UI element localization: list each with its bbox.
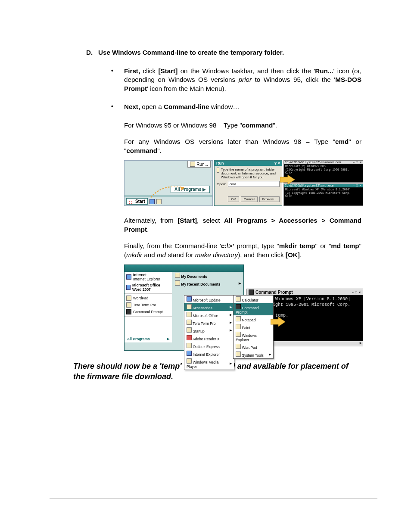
- yellow-arrow-icon: [280, 175, 295, 184]
- folder-icon: [175, 280, 180, 286]
- menu-item[interactable]: Paint: [234, 323, 273, 331]
- taskbar-ie-icon[interactable]: [149, 199, 155, 204]
- menu-item[interactable]: Adobe Reader X: [184, 334, 234, 342]
- sm-my-documents[interactable]: My Documents: [172, 272, 243, 280]
- ok-button[interactable]: OK: [228, 196, 239, 202]
- windows-flag-icon: [129, 199, 134, 204]
- all-programs-button[interactable]: All Programs ▶: [171, 186, 210, 193]
- menu-item[interactable]: Windows Explorer: [234, 331, 273, 343]
- folder-icon: [175, 273, 180, 278]
- cmd-exe-window: C:\WINDOWS\system32\cmd.exe– □ × Microso…: [283, 184, 363, 206]
- chevron-right-icon: ▶: [230, 313, 232, 317]
- chevron-right-icon: ▶: [230, 321, 232, 324]
- all-programs-menu: Microsoft Update Accessories▶ Microsoft …: [184, 295, 234, 370]
- chevron-right-icon: ▶: [230, 305, 232, 309]
- folder-icon: [236, 352, 241, 357]
- taskbar: Start: [125, 197, 212, 205]
- browse-button[interactable]: Browse...: [259, 196, 280, 202]
- word-icon: [126, 285, 131, 290]
- chevron-right-icon: ▶: [269, 353, 271, 356]
- heading-text: Use Windows Command-line to create the t…: [98, 48, 284, 57]
- run-dialog-title: Run ? ×: [215, 161, 282, 166]
- bullet-first-body: First, click [Start] on the Windows task…: [124, 67, 361, 93]
- run-icon: [190, 162, 195, 167]
- menu-item[interactable]: Windows Media Player▶: [184, 358, 234, 370]
- start-button[interactable]: Start: [126, 198, 148, 205]
- wordpad-icon: [126, 296, 131, 301]
- cmd-titlebar: Command Prompt – □ ×: [247, 289, 363, 295]
- fig1-terminals: C:\WINDOWS\system32\command.com– □ × Mic…: [283, 160, 363, 206]
- menu-item[interactable]: Internet Explorer: [184, 350, 234, 358]
- window-controls[interactable]: – □ ×: [352, 291, 361, 294]
- sub-finally: Finally, from the Command-line 'c:\>' pr…: [56, 242, 361, 259]
- run-shortcut[interactable]: Run...: [187, 161, 211, 168]
- svg-marker-2: [271, 317, 285, 327]
- menu-item[interactable]: Tera Term Pro▶: [184, 319, 234, 327]
- sm-item-word[interactable]: Microsoft Office Word 2007: [125, 282, 172, 292]
- yellow-arrow-icon: [271, 317, 285, 327]
- sm-item-tera[interactable]: Tera Term Pro: [125, 302, 172, 308]
- footer-rule: [50, 498, 377, 498]
- open-input[interactable]: cmd: [228, 181, 280, 187]
- menu-item[interactable]: System Tools▶: [234, 351, 273, 358]
- cmd-icon: [249, 289, 254, 295]
- wordpad-icon: [236, 344, 241, 349]
- fig1-startmenu-area: Run... All Programs ▶ Start: [124, 160, 213, 206]
- scroll-right-icon[interactable]: ►: [360, 341, 362, 346]
- menu-item[interactable]: Microsoft Office▶: [184, 311, 234, 319]
- heading-letter: D.: [86, 48, 98, 57]
- menu-item[interactable]: Microsoft Update: [184, 296, 234, 303]
- folder-icon: [187, 312, 192, 317]
- menu-item[interactable]: Notepad: [234, 315, 273, 323]
- bullet-next-body: Next, open a Command-line window…: [124, 103, 361, 112]
- menu-item[interactable]: Calculator: [234, 296, 273, 303]
- sm-item-internet[interactable]: InternetInternet Explorer: [125, 272, 172, 282]
- sub-win95: For Windows 95 or Windows 98 – Type "com…: [56, 121, 361, 130]
- folder-icon: [187, 304, 192, 309]
- menu-item[interactable]: WordPad: [234, 343, 273, 351]
- cancel-button[interactable]: Cancel: [241, 196, 258, 202]
- figure-run-cmd: Run... All Programs ▶ Start Run ? ×: [124, 160, 363, 206]
- open-label: Open:: [217, 182, 226, 186]
- all-programs-button[interactable]: All Programs▶: [125, 336, 172, 342]
- adobe-icon: [187, 335, 192, 340]
- sub-later: For any Windows OS versions later than W…: [56, 137, 361, 155]
- notepad-icon: [236, 316, 241, 321]
- figure-startmenu-mkdir: InternetInternet Explorer Microsoft Offi…: [124, 264, 363, 351]
- sm-item-wordpad[interactable]: WordPad: [125, 295, 172, 302]
- menu-command-prompt[interactable]: Command Prompt: [234, 303, 273, 315]
- start-menu-pinned: InternetInternet Explorer Microsoft Offi…: [125, 272, 172, 342]
- folder-icon: [187, 320, 192, 325]
- menu-item[interactable]: Startup▶: [184, 327, 234, 334]
- folder-icon: [187, 327, 192, 333]
- explorer-icon: [236, 332, 241, 337]
- run-dialog: Run ? × Type the name of a program, fold…: [214, 160, 282, 206]
- accessories-menu: Calculator Command Prompt Notepad Paint …: [233, 295, 274, 359]
- sub-alternate: Alternately, from [Start], select All Pr…: [56, 216, 361, 234]
- cmd-icon: [126, 309, 131, 314]
- menu-accessories[interactable]: Accessories▶: [184, 303, 234, 311]
- taskbar-app-icon[interactable]: [156, 199, 162, 204]
- menu-item[interactable]: Outlook Express: [184, 342, 234, 350]
- close-icon[interactable]: ? ×: [274, 161, 280, 165]
- sm-item-cmd[interactable]: Command Prompt: [125, 308, 172, 315]
- wmp-icon: [187, 358, 192, 364]
- ie-icon: [187, 351, 192, 356]
- run-dialog-text: Type the name of a program, folder, docu…: [221, 168, 280, 179]
- separator: [125, 196, 212, 196]
- tera-icon: [126, 302, 131, 308]
- paint-icon: [236, 324, 241, 329]
- window-controls[interactable]: – □ ×: [353, 161, 362, 164]
- command-com-window: C:\WINDOWS\system32\command.com– □ × Mic…: [283, 160, 363, 183]
- chevron-right-icon: ▶: [239, 282, 241, 285]
- bullet-next: • Next, open a Command-line window…: [56, 103, 361, 112]
- chevron-right-icon: ▶: [167, 337, 169, 341]
- cmd-icon: [236, 304, 241, 309]
- outlook-icon: [187, 343, 192, 348]
- window-controls[interactable]: – □ ×: [353, 184, 362, 187]
- chevron-right-icon: ▶: [230, 329, 232, 332]
- sm-recent-docs[interactable]: My Recent Documents▶: [172, 280, 243, 287]
- calc-icon: [236, 296, 241, 302]
- update-icon: [187, 296, 192, 302]
- svg-marker-1: [280, 175, 295, 184]
